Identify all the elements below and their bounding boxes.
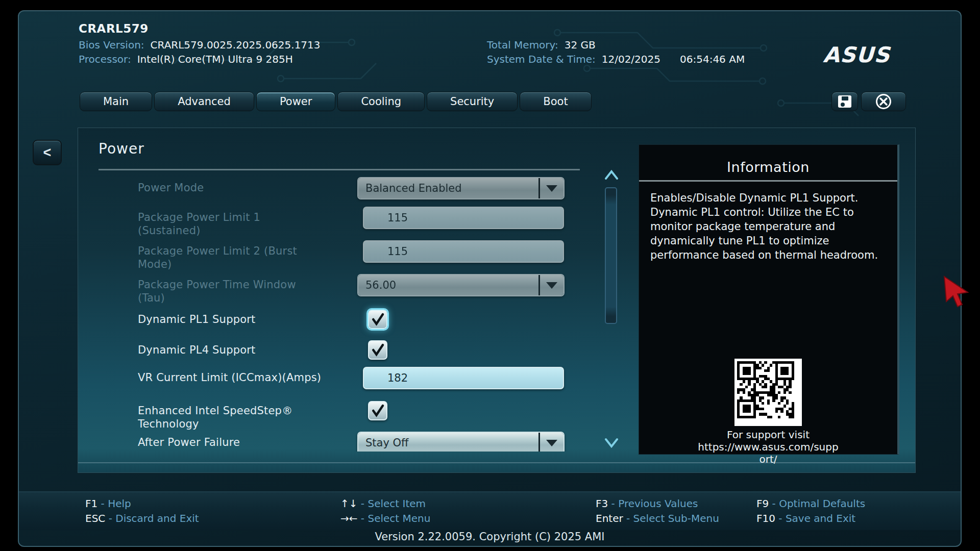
power-mode-dropdown: Balanced Enabled <box>357 177 565 199</box>
help-key: →← <box>340 512 358 524</box>
help-desc: - Select Sub-Menu <box>623 512 719 524</box>
help-item-: →← - Select Menu <box>340 512 430 524</box>
processor-value: Intel(R) Core(TM) Ultra 9 285H <box>137 53 293 65</box>
window-buttons <box>831 92 909 111</box>
scrollbar[interactable] <box>604 170 619 449</box>
header-system-info: CRARL579 Bios Version:CRARL579.0025.2025… <box>79 22 321 67</box>
tab-bar: MainAdvancedPowerCoolingSecurityBoot <box>80 92 594 111</box>
help-item-esc: ESC - Discard and Exit <box>85 512 199 524</box>
chevron-down-icon <box>546 185 557 192</box>
setting-label: Package Power Limit 2 (Burst Mode) <box>138 240 352 271</box>
bios-version-label: Bios Version: <box>79 39 144 51</box>
setting-label: Dynamic PL1 Support <box>138 309 352 326</box>
dynamic-pl4-support-checkbox[interactable] <box>368 340 387 360</box>
tab-power[interactable]: Power <box>256 92 336 111</box>
help-desc: - Select Item <box>358 497 426 510</box>
help-desc: - Optimal Defaults <box>769 497 865 510</box>
help-item-f9: F9 - Optimal Defaults <box>756 497 865 510</box>
help-item-: ↑↓ - Select Item <box>340 497 426 510</box>
settings-rows: Power ModeBalanced EnabledPackage Power … <box>138 177 604 452</box>
setting-label: Package Power Limit 1 (Sustained) <box>138 207 352 237</box>
support-text: For support visit https://www.asus.com/s… <box>639 429 897 465</box>
dropdown-value: Balanced Enabled <box>358 178 538 198</box>
help-key: F3 <box>596 497 608 510</box>
system-time-value: 06:54:46 AM <box>680 53 745 65</box>
total-memory-value: 32 GB <box>565 39 596 51</box>
save-button[interactable] <box>831 92 858 111</box>
help-key: ↑↓ <box>340 497 358 510</box>
information-body: Enables/Disable Dynamic PL1 Support. Dyn… <box>650 191 886 262</box>
total-memory-label: Total Memory: <box>487 39 558 51</box>
help-desc: - Save and Exit <box>775 512 855 524</box>
setting-label: Package Power Time Window (Tau) <box>138 274 352 305</box>
checkmark-icon <box>370 342 385 358</box>
help-key: Enter <box>596 512 623 524</box>
floppy-disk-icon <box>837 94 853 109</box>
checkmark-icon <box>370 312 385 327</box>
dropdown-arrow-icon <box>540 275 564 295</box>
dynamic-pl1-support-checkbox[interactable] <box>368 310 387 329</box>
package-power-time-window-dropdown: 56.00 <box>357 274 565 296</box>
header-memory-datetime: Total Memory:32 GB System Date & Time:12… <box>487 39 745 67</box>
setting-label: Dynamic PL4 Support <box>138 339 352 357</box>
help-key: ESC <box>85 512 105 524</box>
help-item-f3: F3 - Previous Values <box>596 497 698 510</box>
help-desc: - Select Menu <box>358 512 431 524</box>
datetime-label: System Date & Time: <box>487 53 596 65</box>
setting-label: Enhanced Intel SpeedStep® Technology <box>138 400 352 431</box>
qr-code <box>734 359 802 426</box>
help-key: F10 <box>756 512 775 524</box>
version-text: Version 2.22.0059. Copyright (C) 2025 AM… <box>19 531 961 543</box>
tab-cooling[interactable]: Cooling <box>337 92 425 111</box>
chevron-down-icon <box>546 282 557 289</box>
vr-current-limit-iccmax-amps-input[interactable]: 182 <box>363 367 564 389</box>
help-item-f10: F10 - Save and Exit <box>756 512 855 524</box>
system-date-value: 12/02/2025 <box>602 53 660 65</box>
help-desc: - Help <box>97 497 131 510</box>
bios-version-value: CRARL579.0025.2025.0625.1713 <box>151 39 321 51</box>
scroll-up-icon[interactable] <box>604 170 619 180</box>
dropdown-arrow-icon[interactable] <box>540 433 564 452</box>
help-key: F9 <box>756 497 769 510</box>
help-item-enter: Enter - Select Sub-Menu <box>596 512 719 524</box>
information-title: Information <box>639 159 897 175</box>
bios-screen: CRARL579 Bios Version:CRARL579.0025.2025… <box>0 0 980 551</box>
dropdown-arrow-icon <box>540 178 564 198</box>
setting-label: VR Current Limit (ICCmax)(Amps) <box>138 367 352 384</box>
package-power-limit-1-input: 115 <box>363 207 564 229</box>
tab-boot[interactable]: Boot <box>520 92 591 111</box>
asus-logo: ASUS <box>821 43 923 67</box>
model-name: CRARL579 <box>79 22 321 39</box>
package-power-limit-2-burst-input: 115 <box>363 240 564 263</box>
help-desc: - Previous Values <box>608 497 698 510</box>
checkmark-icon <box>370 403 385 418</box>
information-divider <box>639 180 897 182</box>
tab-main[interactable]: Main <box>80 92 152 111</box>
help-item-f1: F1 - Help <box>85 497 131 510</box>
dropdown-value: 56.00 <box>358 275 538 295</box>
tab-security[interactable]: Security <box>427 92 518 111</box>
close-button[interactable] <box>861 92 906 111</box>
page-title: Power <box>99 140 144 157</box>
scrollbar-thumb[interactable] <box>605 187 617 324</box>
chevron-down-icon <box>546 440 557 446</box>
bios-shell: CRARL579 Bios Version:CRARL579.0025.2025… <box>18 10 962 547</box>
dropdown-value[interactable]: Stay Off <box>358 433 538 452</box>
svg-text:ASUS: ASUS <box>821 43 895 67</box>
help-key: F1 <box>85 497 97 510</box>
title-underline <box>99 169 580 170</box>
close-icon <box>875 93 892 110</box>
setting-label: Power Mode <box>138 177 352 194</box>
tab-advanced[interactable]: Advanced <box>154 92 254 111</box>
information-panel: Information Enables/Disable Dynamic PL1 … <box>639 144 899 455</box>
scroll-down-icon[interactable] <box>604 438 619 448</box>
help-bar: F1 - Help↑↓ - Select ItemF3 - Previous V… <box>19 491 961 530</box>
processor-label: Processor: <box>79 53 131 65</box>
after-power-failure-dropdown[interactable]: Stay Off <box>357 432 565 452</box>
help-desc: - Discard and Exit <box>105 512 199 524</box>
enhanced-intel-speedstep-checkbox[interactable] <box>368 401 387 420</box>
setting-label: After Power Failure <box>138 432 352 449</box>
back-button[interactable]: < <box>33 140 62 165</box>
